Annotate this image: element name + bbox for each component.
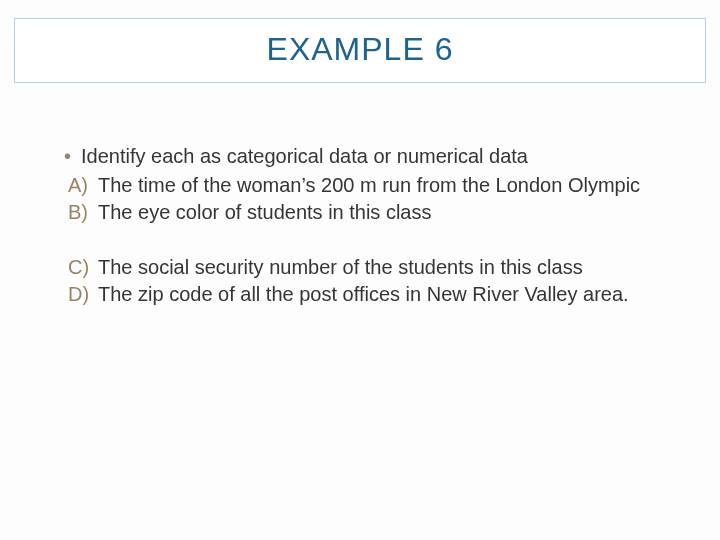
item-d-label: D) <box>68 281 98 308</box>
slide-title: EXAMPLE 6 <box>15 31 705 68</box>
bullet-text: Identify each as categorical data or num… <box>81 143 660 170</box>
bullet-item: • Identify each as categorical data or n… <box>68 143 660 170</box>
item-a-label: A) <box>68 172 98 199</box>
item-d-text: The zip code of all the post offices in … <box>98 281 660 308</box>
list-item: B) The eye color of students in this cla… <box>68 199 660 226</box>
list-item: D) The zip code of all the post offices … <box>68 281 660 308</box>
slide: EXAMPLE 6 • Identify each as categorical… <box>0 18 720 540</box>
list-item: C) The social security number of the stu… <box>68 254 660 281</box>
list-item: A) The time of the woman’s 200 m run fro… <box>68 172 660 199</box>
content-area: • Identify each as categorical data or n… <box>68 143 660 308</box>
item-c-label: C) <box>68 254 98 281</box>
spacer <box>68 226 660 254</box>
item-b-text: The eye color of students in this class <box>98 199 660 226</box>
bullet-icon: • <box>64 143 71 170</box>
item-c-text: The social security number of the studen… <box>98 254 660 281</box>
title-box: EXAMPLE 6 <box>14 18 706 83</box>
item-b-label: B) <box>68 199 98 226</box>
item-a-text: The time of the woman’s 200 m run from t… <box>98 172 660 199</box>
